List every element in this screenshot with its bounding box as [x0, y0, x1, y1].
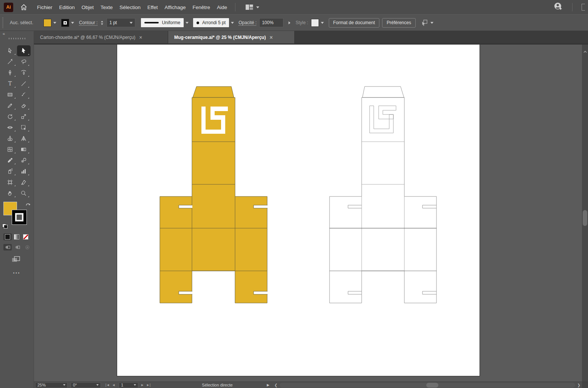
swap-fill-stroke-icon[interactable]	[25, 202, 31, 209]
chevron-down-icon[interactable]	[53, 22, 56, 24]
opacity-field[interactable]: 100%	[259, 18, 283, 27]
tool-hand[interactable]	[3, 188, 17, 199]
tool-rectangle[interactable]	[3, 89, 17, 100]
menu-edition[interactable]: Edition	[56, 5, 78, 10]
chevron-down-icon[interactable]	[430, 22, 433, 24]
workspace-switcher[interactable]	[245, 4, 259, 11]
menu-aide[interactable]: Aide	[214, 5, 231, 10]
width-profile-preview[interactable]: Uniforme	[141, 18, 184, 27]
menu-fenetre[interactable]: Fenêtre	[189, 5, 214, 10]
tool-blend[interactable]	[17, 155, 31, 166]
panel-grip[interactable]	[2, 17, 3, 28]
dieline-outline[interactable]	[330, 87, 436, 303]
stroke-panel-link[interactable]: Contour :	[79, 20, 97, 25]
horizontal-scroll-track[interactable]	[280, 383, 575, 388]
tool-scale[interactable]	[17, 111, 31, 122]
fill-color-swatch[interactable]	[43, 19, 51, 27]
dieline-yellow[interactable]	[160, 87, 268, 303]
none-mode-button[interactable]	[22, 233, 30, 240]
control-bar: Auc. sélect. Contour : 1 pt Uniforme	[0, 14, 588, 31]
tool-paintbrush[interactable]	[17, 89, 31, 100]
rotation-dropdown[interactable]: 0°	[71, 382, 101, 388]
tool-eraser[interactable]	[17, 100, 31, 111]
chevron-down-icon[interactable]	[71, 22, 74, 24]
width-profile-dropdown[interactable]	[184, 18, 190, 27]
chevron-down-icon[interactable]	[321, 22, 324, 24]
tab-mug-ceramique[interactable]: Mug-ceramique.ai* @ 25 % (CMJN/Aperçu) ×	[168, 31, 295, 43]
brush-definition-preview[interactable]: Arrondi 5 pt	[193, 18, 229, 27]
horizontal-scrollbar[interactable]: ❮ ❯	[274, 383, 580, 388]
stroke-color-well[interactable]	[12, 210, 27, 225]
canvas-viewport[interactable]	[34, 45, 588, 382]
tool-perspective-grid[interactable]	[17, 133, 31, 144]
share-account-icon[interactable]	[553, 2, 563, 12]
vertical-scrollbar[interactable]	[582, 45, 588, 382]
draw-behind-button[interactable]	[13, 244, 22, 250]
tool-gradient[interactable]	[17, 144, 31, 155]
document-setup-button[interactable]: Format de document	[329, 18, 380, 28]
graphic-style-swatch[interactable]	[311, 19, 319, 27]
vertical-scroll-thumb[interactable]	[583, 210, 587, 226]
tool-lasso[interactable]	[17, 56, 31, 67]
gradient-mode-button[interactable]	[12, 233, 21, 240]
tool-line-segment[interactable]	[17, 78, 31, 89]
tool-direct-selection[interactable]	[17, 45, 31, 56]
scroll-right-icon[interactable]: ❯	[577, 383, 580, 387]
close-icon[interactable]: ×	[269, 35, 272, 40]
opacity-expand-arrow[interactable]	[286, 18, 293, 27]
tool-zoom[interactable]	[17, 188, 31, 199]
illustrator-app-icon[interactable]: Ai	[4, 3, 13, 12]
tool-mesh[interactable]	[3, 144, 17, 155]
previous-artboard-icon[interactable]: ◄	[112, 383, 115, 387]
tool-free-transform[interactable]	[17, 122, 31, 133]
tool-curvature[interactable]	[17, 67, 31, 78]
next-artboard-icon[interactable]: ►	[141, 383, 144, 387]
stroke-weight-field[interactable]: 1 pt	[107, 18, 135, 27]
screen-mode-icon[interactable]	[11, 256, 21, 265]
tool-type[interactable]: T	[3, 78, 17, 89]
status-flyout-icon[interactable]: ▶	[267, 383, 269, 387]
draw-inside-button[interactable]	[23, 244, 31, 250]
last-artboard-icon[interactable]: ►|	[146, 383, 150, 387]
tool-pen[interactable]	[3, 67, 17, 78]
collapse-panel-icon[interactable]: «	[3, 31, 5, 36]
opacity-panel-link[interactable]: Opacité :	[238, 20, 257, 25]
menu-affichage[interactable]: Affichage	[161, 5, 189, 10]
preferences-button[interactable]: Préférences	[382, 18, 416, 28]
isolate-selection-icon[interactable]	[421, 19, 428, 26]
tool-selection[interactable]	[3, 45, 17, 56]
first-artboard-icon[interactable]: |◄	[105, 383, 110, 387]
artboard-1[interactable]	[117, 45, 480, 376]
draw-normal-button[interactable]	[3, 244, 12, 250]
tool-rotate[interactable]	[3, 111, 17, 122]
tool-slice[interactable]	[17, 177, 31, 188]
menu-texte[interactable]: Texte	[97, 5, 116, 10]
horizontal-scroll-thumb[interactable]	[426, 383, 438, 388]
scroll-up-icon[interactable]	[583, 48, 587, 54]
tool-column-graph[interactable]	[17, 166, 31, 177]
default-colors-icon[interactable]	[2, 224, 8, 228]
scroll-left-icon[interactable]: ❮	[274, 383, 277, 387]
menu-objet[interactable]: Objet	[78, 5, 97, 10]
home-icon[interactable]	[20, 3, 28, 11]
tool-artboard[interactable]	[3, 177, 17, 188]
tool-symbol-sprayer[interactable]	[3, 166, 17, 177]
tool-pencil[interactable]	[3, 100, 17, 111]
close-icon[interactable]: ×	[139, 35, 142, 40]
tool-magic-wand[interactable]	[3, 56, 17, 67]
stroke-weight-stepper[interactable]	[101, 21, 103, 25]
stroke-color-swatch[interactable]	[61, 19, 69, 27]
color-mode-button[interactable]	[3, 233, 12, 240]
menu-selection[interactable]: Sélection	[116, 5, 144, 10]
edit-toolbar-ellipsis[interactable]: •••	[0, 271, 34, 275]
tool-eyedropper[interactable]	[3, 155, 17, 166]
tool-width[interactable]	[3, 122, 17, 133]
tool-shape-builder[interactable]	[3, 133, 17, 144]
menu-fichier[interactable]: Fichier	[34, 5, 56, 10]
tab-carton-chouette[interactable]: Carton-chouette.ai* @ 66,67 % (CMJN/Aper…	[34, 31, 168, 43]
zoom-level-dropdown[interactable]: 25%	[35, 382, 68, 388]
panel-drag-grip[interactable]	[9, 38, 25, 39]
artboard-number-dropdown[interactable]: 1	[119, 382, 138, 388]
brush-definition-dropdown[interactable]	[229, 18, 236, 27]
menu-effet[interactable]: Effet	[144, 5, 161, 10]
